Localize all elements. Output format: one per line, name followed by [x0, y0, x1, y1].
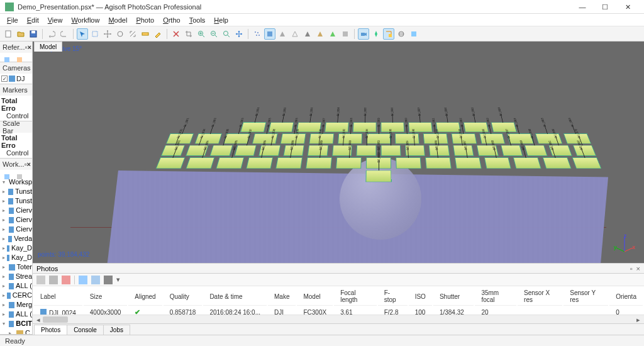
camera-marker[interactable]: DJI_0084 — [186, 157, 214, 169]
move-icon[interactable] — [102, 28, 113, 40]
mesh-solid-icon[interactable] — [277, 28, 288, 40]
zoom-fit-icon[interactable] — [221, 28, 232, 40]
photos-disable-icon[interactable] — [49, 276, 58, 284]
menu-help[interactable]: Help — [209, 15, 233, 25]
menu-edit[interactable]: Edit — [23, 15, 43, 25]
camera-marker[interactable]: DJI_0039 — [283, 145, 304, 156]
navigate-icon[interactable] — [77, 28, 88, 40]
col-model[interactable]: Model — [297, 287, 333, 306]
camera-marker[interactable]: DJI_0070 — [572, 145, 596, 156]
rotate-icon[interactable] — [114, 28, 126, 40]
tab-photos[interactable]: Photos — [34, 325, 67, 335]
workspace-tree[interactable]: ▾Workspa ▸Tunst ▸Tunst ▸Cierv ▸Cierv ▸Ci… — [0, 177, 32, 335]
3d-viewport[interactable]: Perspective 15° points: 39,184,432 DJI_0… — [33, 42, 644, 263]
camera-marker[interactable]: DJI_0024 — [491, 122, 517, 131]
col-make[interactable]: Make — [268, 287, 296, 306]
mesh-shaded-icon[interactable] — [302, 28, 313, 40]
photos-dropdown-icon[interactable]: ▾ — [116, 276, 120, 284]
ruler-icon[interactable] — [140, 28, 151, 40]
photos-details-icon[interactable] — [79, 276, 87, 284]
camera-marker[interactable]: DJI_0056 — [425, 157, 452, 169]
camera-marker[interactable]: DJI_0068 — [525, 145, 547, 156]
maximize-button[interactable]: ☐ — [594, 1, 616, 13]
photos-thumbs-icon[interactable] — [91, 276, 100, 284]
show-markers-icon[interactable] — [370, 28, 382, 40]
viewport-tab-model[interactable]: Model — [34, 42, 62, 52]
crop-icon[interactable] — [183, 28, 194, 40]
new-icon[interactable] — [3, 28, 14, 40]
camera-marker[interactable]: DJI_0035 — [210, 145, 233, 156]
photos-hscrollbar[interactable]: ◂ ▸ — [33, 315, 644, 323]
tiled-icon[interactable] — [340, 28, 351, 40]
photos-list-icon[interactable] — [104, 276, 113, 284]
photos-remove-icon[interactable] — [62, 276, 70, 284]
camera-marker[interactable]: DJI_0044 — [357, 145, 376, 156]
camera-marker[interactable]: DJI_0006 — [381, 122, 405, 131]
camera-marker[interactable]: DJI_0040 — [308, 145, 328, 156]
col-label[interactable]: Label — [34, 287, 82, 306]
menu-file[interactable]: File — [3, 15, 23, 25]
photos-close-icon[interactable]: × — [636, 265, 640, 272]
col-f-stop[interactable]: F-stop — [378, 287, 408, 306]
draw-icon[interactable] — [152, 28, 164, 40]
camera-marker[interactable]: DJI_0001 — [240, 122, 266, 131]
undo-icon[interactable] — [46, 28, 57, 40]
camera-marker[interactable]: DJI_0062 — [572, 157, 602, 169]
table-row[interactable]: DJI_00244000x3000✔0.8587182016:08:24 16:… — [34, 307, 643, 315]
camera-marker[interactable]: DJI_0064 — [429, 145, 450, 156]
col-aligned[interactable]: Aligned — [128, 287, 162, 306]
col-sensor-x-res[interactable]: Sensor X res — [518, 287, 562, 306]
camera-marker[interactable]: DJI_0054 — [396, 157, 421, 169]
close-panel-icon[interactable]: × — [27, 160, 31, 168]
camera-marker[interactable]: DJI_0008 — [436, 122, 460, 131]
menu-model[interactable]: Model — [104, 15, 131, 25]
dense-cloud-icon[interactable] — [264, 28, 275, 40]
mesh-textured-icon[interactable] — [314, 28, 326, 40]
menu-workflow[interactable]: Workflow — [67, 15, 104, 25]
camera-marker[interactable]: DJI_0058 — [484, 157, 511, 169]
show-region-icon[interactable] — [383, 28, 394, 40]
camera-marker[interactable]: DJI_0045 — [381, 145, 401, 156]
camera-marker[interactable]: DJI_0061 — [543, 157, 572, 169]
menu-view[interactable]: View — [43, 15, 67, 25]
camera-marker[interactable]: DJI_0060 — [513, 157, 541, 169]
show-trackball-icon[interactable] — [396, 28, 407, 40]
menu-photo[interactable]: Photo — [131, 15, 158, 25]
col-35mm-focal[interactable]: 35mm focal — [475, 287, 516, 306]
zoom-out-icon[interactable] — [208, 28, 219, 40]
col-shutter[interactable]: Shutter — [433, 287, 474, 306]
camera-marker[interactable]: DJI_0031 — [161, 145, 185, 156]
col-size[interactable]: Size — [84, 287, 128, 306]
tab-console[interactable]: Console — [67, 325, 104, 335]
col-orienta[interactable]: Orienta — [609, 287, 643, 306]
camera-marker[interactable]: DJI_0003 — [297, 122, 321, 131]
camera-marker[interactable]: DJI_0090 — [336, 157, 362, 169]
col-iso[interactable]: ISO — [409, 287, 432, 306]
scale-icon[interactable] — [127, 28, 138, 40]
photos-dock-icon[interactable]: ▫ — [630, 265, 633, 272]
camera-item-label[interactable]: DJ — [16, 75, 25, 82]
save-icon[interactable] — [28, 28, 39, 40]
camera-marker[interactable]: DJI_0037 — [234, 145, 256, 156]
scroll-thumb[interactable] — [43, 316, 68, 323]
camera-marker[interactable]: DJI_0086 — [246, 157, 274, 169]
pointcloud-icon[interactable] — [252, 28, 263, 40]
photos-table[interactable]: LabelSizeAlignedQualityDate & timeMakeMo… — [33, 286, 644, 315]
close-panel-icon[interactable]: × — [27, 43, 31, 51]
camera-marker[interactable]: DJI_0088 — [276, 157, 303, 169]
delete-icon[interactable] — [170, 28, 182, 40]
col-quality[interactable]: Quality — [164, 287, 203, 306]
mesh-wire-icon[interactable] — [289, 28, 301, 40]
close-button[interactable]: ✕ — [616, 1, 639, 13]
menu-ortho[interactable]: Ortho — [158, 15, 185, 25]
camera-marker[interactable]: DJI_0085 — [216, 157, 244, 169]
tab-jobs[interactable]: Jobs — [103, 325, 130, 335]
camera-marker[interactable]: DJI_0067 — [501, 145, 523, 156]
camera-checkbox[interactable]: ✓ — [1, 75, 8, 82]
show-cameras-icon[interactable] — [358, 28, 369, 40]
col-sensor-y-res[interactable]: Sensor Y res — [564, 287, 608, 306]
reset-view-icon[interactable] — [233, 28, 245, 40]
menu-tools[interactable]: Tools — [185, 15, 210, 25]
camera-marker[interactable]: DJI_0092 — [365, 170, 391, 182]
rect-select-icon[interactable] — [89, 28, 101, 40]
